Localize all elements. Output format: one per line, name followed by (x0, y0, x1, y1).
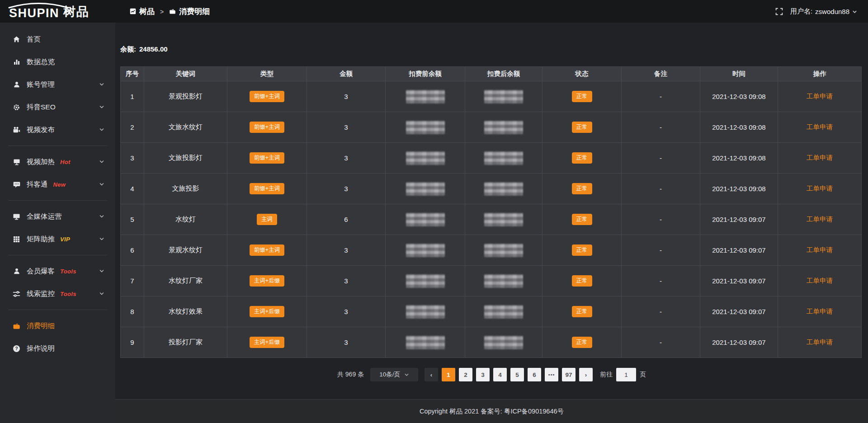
cell-status: 正常 (542, 296, 622, 327)
table-body: 1 景观投影灯 前缀+主词 3 正常 - 2021-12-03 09:08 工单… (121, 81, 862, 358)
work-order-link[interactable]: 工单申请 (807, 338, 833, 346)
redacted-balance-before (406, 182, 445, 196)
work-order-link[interactable]: 工单申请 (807, 93, 833, 100)
sidebar-item-douketong[interactable]: 抖客通 New (0, 173, 115, 196)
user-dropdown[interactable]: 用户名: zswodun88 (790, 7, 857, 16)
work-order-link[interactable]: 工单申请 (807, 246, 833, 254)
work-order-link[interactable]: 工单申请 (807, 154, 833, 161)
page-button-3[interactable]: 3 (476, 368, 490, 381)
chevron-down-icon (99, 236, 104, 242)
sidebar-item-label: 会员爆客 (27, 267, 55, 276)
col-header-action: 操作 (778, 67, 862, 81)
gear-icon (12, 103, 21, 111)
work-order-link[interactable]: 工单申请 (807, 277, 833, 284)
vip-tag: VIP (60, 236, 70, 243)
page-size-select[interactable]: 10条/页 (370, 368, 418, 381)
cell-status: 正常 (542, 204, 622, 235)
sidebar-item-video-heating[interactable]: 视频加热 Hot (0, 150, 115, 173)
cell-keyword: 文旅水纹灯 (144, 112, 227, 143)
col-header-remark: 备注 (622, 67, 700, 81)
status-badge: 正常 (572, 337, 592, 348)
sidebar-item-matrix-boost[interactable]: 矩阵助推 VIP (0, 228, 115, 250)
cell-index: 2 (121, 112, 144, 143)
type-badge: 前缀+主词 (250, 244, 284, 256)
cell-balance-before (386, 143, 465, 174)
table-row: 2 文旅水纹灯 前缀+主词 3 正常 - 2021-12-03 09:08 工单… (121, 112, 862, 143)
sidebar-item-label: 抖音SEO (27, 103, 56, 112)
breadcrumb-separator: > (160, 8, 164, 15)
monitor-icon (12, 213, 21, 220)
page-button-2[interactable]: 2 (459, 368, 472, 381)
cell-balance-after (465, 143, 542, 174)
type-badge: 前缀+主词 (250, 152, 284, 164)
sidebar-item-account-management[interactable]: 账号管理 (0, 73, 115, 96)
balance-label: 余额: (120, 45, 136, 53)
cell-balance-after (465, 296, 542, 327)
cell-status: 正常 (542, 81, 622, 112)
page-button-1[interactable]: 1 (442, 368, 455, 381)
redacted-balance-after (484, 213, 523, 226)
sidebar-item-member-baoke[interactable]: 会员爆客 Tools (0, 260, 115, 282)
cell-remark: - (622, 143, 700, 174)
logo-arc-decoration (7, 2, 70, 9)
prev-page-button[interactable]: ‹ (425, 368, 438, 381)
cell-remark: - (622, 235, 700, 266)
table-row: 8 水纹灯效果 主词+后缀 3 正常 - 2021-12-03 09:07 工单… (121, 296, 862, 327)
cell-keyword: 水纹灯效果 (144, 296, 227, 327)
page-button-4[interactable]: 4 (493, 368, 507, 381)
breadcrumb-current[interactable]: 消费明细 (169, 6, 210, 17)
col-header-amount: 金额 (307, 67, 386, 81)
work-order-link[interactable]: 工单申请 (807, 123, 833, 131)
cell-index: 9 (121, 327, 144, 358)
topbar-right: 用户名: zswodun88 (775, 7, 868, 16)
col-header-balance-before: 扣费前余额 (386, 67, 465, 81)
cell-amount: 3 (307, 327, 386, 358)
sidebar-item-lead-monitor[interactable]: 线索监控 Tools (0, 282, 115, 305)
chevron-down-icon (404, 372, 409, 377)
sidebar-item-operation-guide[interactable]: ? 操作说明 (0, 337, 115, 360)
type-badge: 主词+后缀 (250, 306, 284, 317)
page-button-6[interactable]: 6 (528, 368, 541, 381)
work-order-link[interactable]: 工单申请 (807, 216, 833, 223)
type-badge: 前缀+主词 (250, 122, 284, 133)
breadcrumb-home[interactable]: 树品 (130, 6, 155, 17)
brand-logo-text: SHUPIN (9, 7, 59, 19)
sidebar-item-label: 视频发布 (27, 125, 55, 135)
footer: Copyright 树品 2021 备案号: 粤ICP备09019646号 (115, 399, 868, 423)
user-icon (12, 81, 21, 88)
sidebar-item-media-operation[interactable]: 全媒体运营 (0, 205, 115, 228)
sidebar-item-label: 消费明细 (27, 321, 55, 331)
cell-index: 6 (121, 235, 144, 266)
next-page-button[interactable]: › (579, 368, 593, 381)
chevron-down-icon (99, 214, 104, 219)
sidebar-item-douyin-seo[interactable]: 抖音SEO (0, 96, 115, 118)
more-pages-button[interactable]: ••• (545, 368, 558, 381)
cell-remark: - (622, 327, 700, 358)
sidebar-item-consumption-detail[interactable]: 消费明细 (0, 315, 115, 337)
cell-balance-before (386, 235, 465, 266)
sidebar-item-data-overview[interactable]: 数据总览 (0, 51, 115, 73)
work-order-link[interactable]: 工单申请 (807, 308, 833, 315)
goto-label: 前往 (600, 371, 613, 379)
redacted-balance-after (484, 90, 523, 103)
status-badge: 正常 (572, 122, 592, 133)
page-button-97[interactable]: 97 (562, 368, 576, 381)
sidebar-item-home[interactable]: 首页 (0, 28, 115, 51)
sidebar-item-label: 首页 (27, 35, 41, 44)
cell-keyword: 水纹灯 (144, 204, 227, 235)
cell-type: 主词 (227, 204, 307, 235)
table-row: 3 文旅投影灯 前缀+主词 3 正常 - 2021-12-03 09:08 工单… (121, 143, 862, 174)
sidebar-item-video-publish[interactable]: 视频发布 (0, 118, 115, 141)
status-badge: 正常 (572, 244, 592, 256)
work-order-link[interactable]: 工单申请 (807, 185, 833, 192)
cell-time: 2021-12-03 09:08 (700, 81, 778, 112)
cell-index: 7 (121, 266, 144, 296)
goto-page-input[interactable] (616, 368, 636, 381)
goto-unit-label: 页 (640, 371, 646, 379)
fullscreen-icon[interactable] (775, 8, 783, 15)
cell-balance-after (465, 174, 542, 204)
cell-balance-before (386, 266, 465, 296)
page-button-5[interactable]: 5 (510, 368, 524, 381)
home-icon (12, 36, 21, 43)
col-header-keyword: 关键词 (144, 67, 227, 81)
